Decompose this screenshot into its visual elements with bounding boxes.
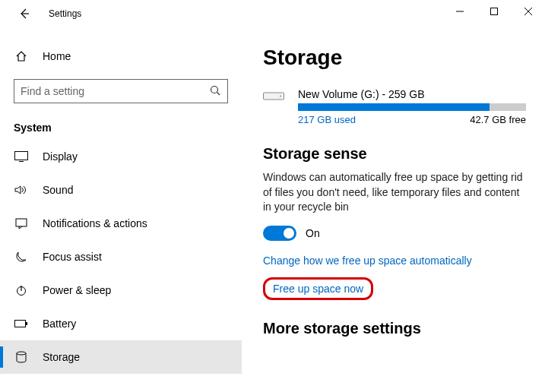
- drive-gauge-fill: [298, 103, 490, 111]
- home-icon: [14, 50, 29, 62]
- svg-point-14: [17, 352, 26, 355]
- drive-name: New Volume (G:) - 259 GB: [298, 88, 530, 100]
- sidebar: Home System Display Sound Notifica: [0, 27, 242, 392]
- drive-used-link[interactable]: 217 GB used: [298, 114, 356, 125]
- display-icon: [14, 151, 29, 162]
- nav-label: Power & sleep: [43, 284, 111, 296]
- nav-label: Battery: [43, 318, 76, 330]
- drive-icon: [263, 88, 286, 125]
- nav-display[interactable]: Display: [14, 140, 228, 173]
- focus-assist-icon: [14, 251, 29, 263]
- search-icon: [209, 84, 221, 99]
- storage-sense-heading: Storage sense: [263, 145, 530, 163]
- nav-focus-assist[interactable]: Focus assist: [14, 240, 228, 273]
- nav-notifications[interactable]: Notifications & actions: [14, 207, 228, 240]
- svg-rect-7: [15, 152, 28, 160]
- more-storage-heading: More storage settings: [263, 320, 530, 337]
- nav-sound[interactable]: Sound: [14, 173, 228, 207]
- sound-icon: [14, 185, 29, 195]
- svg-rect-12: [15, 321, 26, 327]
- svg-rect-9: [16, 219, 27, 226]
- power-icon: [14, 284, 29, 296]
- drive-row[interactable]: New Volume (G:) - 259 GB 217 GB used 42.…: [263, 88, 530, 125]
- storage-sense-toggle[interactable]: [263, 226, 296, 241]
- window-title: Settings: [49, 8, 81, 19]
- nav-label: Display: [43, 150, 78, 163]
- storage-icon: [14, 351, 29, 363]
- battery-icon: [14, 319, 29, 328]
- page-title: Storage: [263, 46, 530, 70]
- maximize-button[interactable]: [477, 0, 511, 23]
- svg-point-5: [211, 86, 218, 93]
- link-free-up-now[interactable]: Free up space now: [273, 283, 363, 295]
- highlight-annotation: Free up space now: [263, 277, 373, 300]
- search-box[interactable]: [14, 79, 228, 103]
- nav-label: Focus assist: [43, 251, 102, 263]
- storage-sense-toggle-label: On: [306, 227, 320, 239]
- storage-sense-desc: Windows can automatically free up space …: [263, 170, 530, 215]
- svg-rect-2: [490, 8, 497, 15]
- svg-rect-13: [26, 322, 27, 325]
- notifications-icon: [14, 217, 29, 229]
- nav-label: Storage: [43, 351, 80, 363]
- content-pane: Storage New Volume (G:) - 259 GB 217 GB …: [242, 27, 545, 392]
- link-change-free-up[interactable]: Change how we free up space automaticall…: [263, 254, 472, 267]
- drive-gauge: [298, 103, 526, 111]
- svg-point-16: [280, 96, 281, 97]
- nav-label: Notifications & actions: [43, 217, 147, 229]
- minimize-button[interactable]: [442, 0, 477, 23]
- home-label: Home: [43, 50, 71, 62]
- home-nav[interactable]: Home: [14, 41, 228, 71]
- drive-free: 42.7 GB free: [470, 114, 526, 125]
- svg-line-6: [217, 92, 220, 95]
- search-input[interactable]: [21, 85, 209, 97]
- nav-label: Sound: [43, 184, 73, 196]
- group-header-system: System: [14, 122, 228, 134]
- close-button[interactable]: [511, 0, 545, 23]
- nav-battery[interactable]: Battery: [14, 307, 228, 340]
- back-button[interactable]: [14, 3, 35, 24]
- nav-power-sleep[interactable]: Power & sleep: [14, 273, 228, 307]
- nav-storage[interactable]: Storage: [0, 340, 242, 374]
